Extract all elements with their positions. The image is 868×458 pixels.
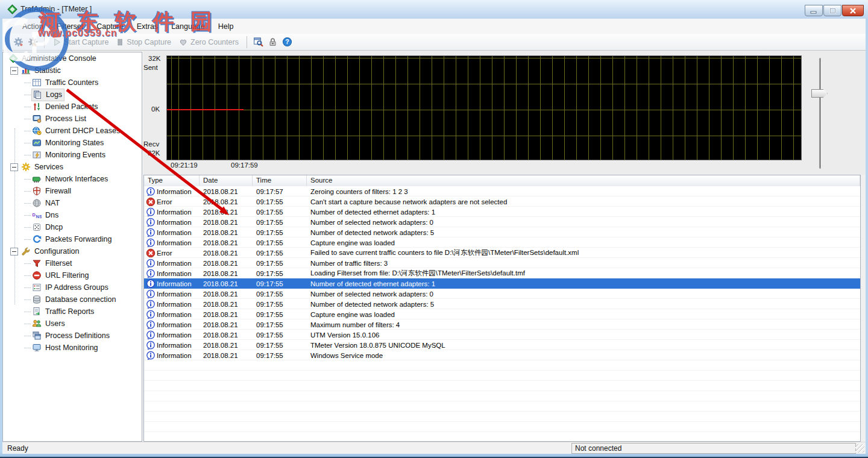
column-header-type[interactable]: Type [144,175,200,186]
information-icon [146,279,155,288]
tree-item-traffic-counters[interactable]: Traffic Counters [3,77,142,89]
log-source: Number of traffic filters: 3 [307,260,860,267]
column-header-time[interactable]: Time [253,175,307,186]
log-row[interactable]: Information 2018.08.21 09:17:55 Number o… [144,217,860,227]
find-icon[interactable] [253,37,264,48]
log-row[interactable]: Information 2018.08.21 09:17:55 Capture … [144,237,860,248]
tree-item-label: Services [34,163,63,171]
column-header-source[interactable]: Source [307,175,860,186]
log-row[interactable]: Information 2018.08.21 09:17:55 Loading … [144,268,860,278]
stop-capture-button[interactable]: Stop Capture [116,37,171,47]
log-row[interactable]: Information 2018.08.21 09:17:57 Zeroing … [144,186,860,196]
tree-expander[interactable] [10,248,18,256]
log-row[interactable]: Information 2018.08.21 09:17:55 Number o… [144,299,860,309]
help-icon[interactable]: ? [282,37,293,48]
log-row[interactable]: Information 2018.08.21 09:17:55 UTM Vers… [144,330,860,340]
tree-item-monitoring-states[interactable]: Monitoring States [3,137,142,149]
tree-item-label: Process List [45,114,86,123]
menu-capture[interactable]: Capture [90,20,130,33]
maximize-button[interactable] [823,5,841,16]
log-type: Error [157,198,172,205]
tree-item-label: Traffic Reports [45,307,94,316]
nat-icon [32,198,42,209]
information-icon [146,187,155,196]
log-row[interactable]: Information 2018.08.21 09:17:55 Windows … [144,350,860,360]
error-icon [146,248,155,257]
log-source: Can't start a capture because network ad… [307,198,860,205]
menu-filterset[interactable]: Filterset [50,20,90,33]
tree-item-label: Users [45,319,65,328]
filterset-icon [32,259,42,269]
log-row[interactable]: Information 2018.08.21 09:17:55 Number o… [144,278,860,289]
settings-gear-icon[interactable] [13,37,24,48]
tree-item-database-connection[interactable]: Database connection [3,293,142,306]
tree-item-packets-forwarding[interactable]: Packets Forwarding [3,233,142,245]
tree-item-monitoring-events[interactable]: Monitoring Events [3,149,142,161]
menu-help[interactable]: Help [212,20,241,33]
log-source: Capture engine was loaded [307,239,860,246]
log-row[interactable]: Information 2018.08.21 09:17:55 Number o… [144,227,860,237]
log-row[interactable]: Information 2018.08.21 09:17:55 Maximum … [144,319,860,330]
log-source: Number of selected network adapters: 0 [307,219,860,226]
scale-slider-thumb[interactable] [811,89,828,98]
log-source: Zeroing counters of filters: 1 2 3 [307,188,860,195]
information-icon [146,300,155,309]
log-source: Maximum number of filters: 4 [307,321,860,328]
close-button[interactable] [842,5,864,16]
log-row[interactable]: Information 2018.08.21 09:17:55 Number o… [144,258,860,268]
lock-icon[interactable] [268,37,278,48]
log-date: 2018.08.21 [200,260,253,267]
tools-gear-icon[interactable] [27,37,38,48]
tree-item-dns[interactable]: DNSDns [3,209,142,221]
log-row[interactable]: Information 2018.08.21 09:17:55 Number o… [144,289,860,299]
tree-item-traffic-reports[interactable]: Traffic Reports [3,306,142,318]
tree-item-url-filtering[interactable]: URL Filtering [3,269,142,281]
log-row[interactable]: Information 2018.08.21 09:17:55 TMeter V… [144,340,860,350]
zero-counters-button[interactable]: Zero Counters [178,37,239,47]
log-row[interactable]: Error 2018.08.21 09:17:55 Failed to save… [144,248,860,258]
tree-item-nat[interactable]: NAT [3,197,142,209]
host-monitoring-icon [32,343,42,353]
tree-item-ip-address-groups[interactable]: IP Address Groups [3,281,142,293]
tree-item-firewall[interactable]: Firewall [3,185,142,197]
log-time: 09:17:55 [253,249,307,257]
tree-item-configuration[interactable]: Configuration [3,245,142,257]
log-time: 09:17:55 [253,321,307,328]
tree-expander[interactable] [10,67,18,75]
tree-item-denied-packets[interactable]: Denied Packets [3,101,142,113]
admin-console-icon [8,54,19,64]
log-time: 09:17:55 [253,352,307,359]
tree-item-host-monitoring[interactable]: Host Monitoring [3,342,142,354]
tree-item-dhcp[interactable]: Dhcp [3,221,142,233]
log-time: 09:17:55 [253,342,307,349]
start-capture-button[interactable]: Start Capture [52,37,108,47]
resize-grip[interactable] [855,444,864,453]
tree-item-current-dhcp-leases[interactable]: Current DHCP Leases [3,125,142,137]
scale-slider-track[interactable] [819,58,822,169]
column-header-date[interactable]: Date [200,175,253,186]
tree-item-users[interactable]: Users [3,318,142,330]
log-date: 2018.08.21 [200,301,253,308]
tree-item-services[interactable]: Services [3,161,142,173]
log-row[interactable]: Error 2018.08.21 09:17:55 Can't start a … [144,196,860,207]
menu-action[interactable]: Action [16,20,50,33]
tree-item-statistic[interactable]: Statistic [3,64,142,77]
tree-item-process-list[interactable]: Process List [3,113,142,125]
tree-item-process-definitions[interactable]: Process Definitions [3,330,142,342]
x-tick-1: 09:21:19 [171,162,198,169]
log-row[interactable]: Information 2018.08.21 09:17:55 Number o… [144,207,860,217]
tree-item-administative-console[interactable]: Administative Console [3,52,142,64]
tree-item-logs[interactable]: Logs [3,89,142,101]
tree-item-network-interfaces[interactable]: Network Interfaces [3,173,142,185]
toolbar: Start Capture Stop Capture Zero Counters… [2,34,866,51]
tree-item-label: Packets Forwarding [45,235,112,243]
log-type: Information [157,188,192,195]
log-row[interactable]: Information 2018.08.21 09:17:55 Capture … [144,309,860,319]
tree-expander[interactable] [10,163,18,171]
users-icon [32,319,42,329]
log-source: Number of detected ethernet adapters: 1 [307,209,860,216]
tree-item-filterset[interactable]: Filterset [3,257,142,269]
minimize-button[interactable] [805,5,823,16]
menu-language[interactable]: Language [165,20,212,33]
menu-extras[interactable]: Extras [130,20,165,33]
